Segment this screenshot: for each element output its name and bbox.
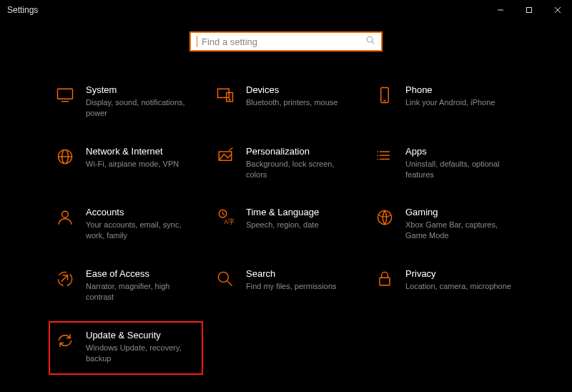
tile-sub: Xbox Game Bar, captures, Game Mode [405, 220, 516, 241]
tile-sub: Narrator, magnifier, high contrast [86, 281, 197, 303]
svg-line-32 [227, 281, 232, 286]
titlebar: Settings [0, 0, 572, 20]
ease-of-access-icon [54, 268, 76, 290]
time-language-icon: A字 [214, 207, 236, 228]
tile-sub: Display, sound, notifications, power [86, 97, 197, 119]
svg-point-10 [229, 99, 230, 99]
tile-text: Search Find my files, permissions [246, 268, 337, 292]
lock-icon [374, 268, 395, 290]
svg-line-27 [223, 214, 225, 215]
tile-text: Time & Language Speech, region, date [246, 207, 319, 230]
phone-icon [374, 84, 395, 106]
minimize-button[interactable] [486, 0, 515, 20]
tile-devices[interactable]: Devices Bluetooth, printers, mouse [210, 80, 363, 123]
tile-text: System Display, sound, notifications, po… [86, 84, 197, 119]
tile-search[interactable]: Search Find my files, permissions [210, 264, 363, 307]
devices-icon [214, 84, 236, 106]
tile-time-language[interactable]: A字 Time & Language Speech, region, date [210, 202, 363, 245]
tile-title: Phone [405, 84, 495, 95]
tile-accounts[interactable]: Accounts Your accounts, email, sync, wor… [50, 202, 203, 245]
globe-icon [54, 146, 76, 167]
tile-title: Gaming [405, 207, 516, 217]
tile-title: Accounts [86, 207, 197, 217]
tile-title: Update & Security [86, 330, 197, 340]
tile-apps[interactable]: Apps Uninstall, defaults, optional featu… [370, 142, 522, 185]
tile-sub: Location, camera, microphone [405, 281, 511, 292]
tile-sub: Bluetooth, printers, mouse [246, 97, 337, 108]
tile-gaming[interactable]: Gaming Xbox Game Bar, captures, Game Mod… [370, 202, 522, 245]
tile-title: Privacy [405, 268, 511, 279]
svg-rect-33 [380, 278, 390, 285]
search-wrap [0, 31, 572, 52]
tile-sub: Find my files, permissions [246, 281, 337, 292]
tile-title: Network & Internet [86, 146, 179, 157]
tile-text: Apps Uninstall, defaults, optional featu… [405, 146, 516, 180]
svg-point-29 [378, 211, 391, 225]
tile-text: Accounts Your accounts, email, sync, wor… [86, 207, 197, 241]
search-input[interactable] [200, 36, 365, 48]
paint-icon [214, 146, 236, 167]
tile-text: Network & Internet Wi-Fi, airplane mode,… [86, 146, 179, 170]
tile-personalization[interactable]: Personalization Background, lock screen,… [210, 142, 363, 185]
tile-network[interactable]: Network & Internet Wi-Fi, airplane mode,… [50, 142, 203, 185]
person-icon [54, 207, 76, 228]
tile-text: Privacy Location, camera, microphone [405, 268, 511, 292]
close-button[interactable] [543, 0, 572, 20]
tile-text: Phone Link your Android, iPhone [405, 84, 495, 108]
tile-sub: Wi-Fi, airplane mode, VPN [86, 159, 179, 170]
tile-sub: Background, lock screen, colors [246, 159, 357, 180]
svg-point-21 [378, 151, 379, 152]
tile-title: System [86, 84, 197, 95]
tile-title: Personalization [246, 146, 357, 157]
tile-phone[interactable]: Phone Link your Android, iPhone [370, 80, 522, 123]
apps-icon [374, 146, 395, 167]
tile-sub: Uninstall, defaults, optional features [405, 159, 516, 180]
tile-sub: Link your Android, iPhone [405, 97, 495, 108]
svg-point-24 [62, 212, 69, 218]
text-caret [197, 36, 197, 47]
tile-sub: Speech, region, date [246, 220, 319, 230]
svg-point-30 [58, 272, 72, 285]
tile-title: Time & Language [246, 207, 319, 217]
tile-system[interactable]: System Display, sound, notifications, po… [50, 80, 203, 123]
svg-point-23 [378, 158, 379, 160]
tile-title: Search [246, 268, 337, 279]
system-icon [54, 84, 76, 106]
search-bar[interactable] [189, 31, 383, 52]
svg-point-4 [367, 36, 373, 42]
window-controls [486, 0, 572, 20]
tile-sub: Windows Update, recovery, backup [86, 343, 197, 364]
settings-grid: System Display, sound, notifications, po… [50, 80, 522, 375]
magnifier-icon [214, 268, 236, 290]
svg-line-17 [229, 147, 232, 150]
tile-text: Personalization Background, lock screen,… [246, 146, 357, 180]
tile-ease-of-access[interactable]: Ease of Access Narrator, magnifier, high… [50, 264, 203, 307]
tile-title: Apps [405, 146, 516, 157]
maximize-button[interactable] [515, 0, 543, 20]
svg-rect-6 [58, 89, 73, 99]
svg-point-31 [218, 272, 228, 282]
tile-update-security[interactable]: Update & Security Windows Update, recove… [49, 321, 203, 376]
tile-title: Devices [246, 84, 337, 95]
tile-title: Ease of Access [86, 268, 197, 279]
tile-text: Devices Bluetooth, printers, mouse [246, 84, 337, 108]
svg-line-5 [372, 41, 374, 44]
tile-sub: Your accounts, email, sync, work, family [86, 220, 197, 241]
update-icon [54, 330, 76, 351]
svg-rect-1 [527, 8, 532, 13]
tile-text: Gaming Xbox Game Bar, captures, Game Mod… [405, 207, 516, 241]
svg-text:A字: A字 [224, 218, 235, 225]
gaming-icon [374, 207, 395, 228]
search-icon [365, 35, 375, 48]
svg-rect-8 [218, 89, 230, 97]
window-title: Settings [7, 5, 38, 15]
tile-text: Update & Security Windows Update, recove… [86, 330, 197, 364]
tile-text: Ease of Access Narrator, magnifier, high… [86, 268, 197, 303]
tile-privacy[interactable]: Privacy Location, camera, microphone [370, 264, 522, 307]
svg-point-22 [378, 155, 379, 156]
